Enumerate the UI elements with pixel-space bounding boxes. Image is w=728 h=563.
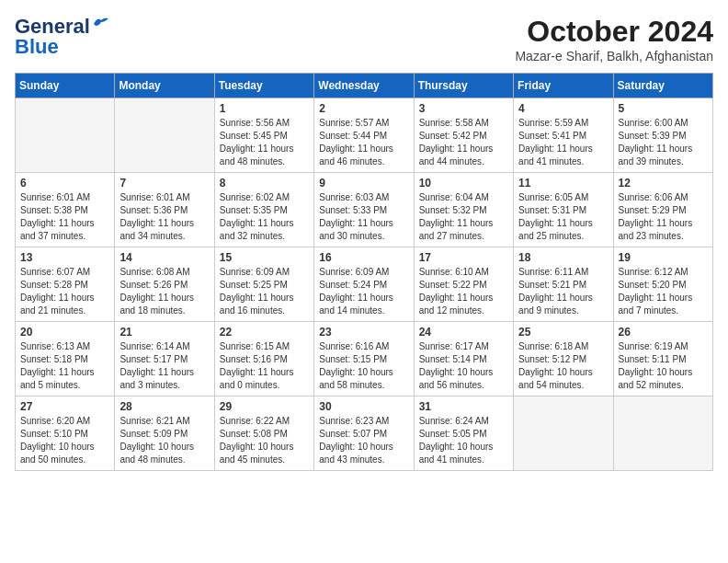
cell-info: Sunrise: 6:02 AMSunset: 5:35 PMDaylight:… xyxy=(220,191,309,243)
day-number: 18 xyxy=(518,251,608,264)
logo-blue: Blue xyxy=(15,35,59,59)
calendar-cell: 5Sunrise: 6:00 AMSunset: 5:39 PMDaylight… xyxy=(613,98,712,173)
calendar-cell xyxy=(16,98,115,173)
calendar-cell xyxy=(514,396,613,471)
calendar-cell: 26Sunrise: 6:19 AMSunset: 5:11 PMDayligh… xyxy=(613,322,712,396)
cell-info: Sunrise: 6:18 AMSunset: 5:12 PMDaylight:… xyxy=(518,340,608,392)
calendar-body: 1Sunrise: 5:56 AMSunset: 5:45 PMDaylight… xyxy=(16,98,713,471)
calendar-cell: 2Sunrise: 5:57 AMSunset: 5:44 PMDaylight… xyxy=(314,98,414,173)
weekday-header-friday: Friday xyxy=(514,74,613,98)
cell-info: Sunrise: 6:01 AMSunset: 5:36 PMDaylight:… xyxy=(119,191,209,243)
cell-info: Sunrise: 6:19 AMSunset: 5:11 PMDaylight:… xyxy=(619,340,708,392)
day-number: 14 xyxy=(119,251,209,264)
day-number: 5 xyxy=(619,102,708,115)
cell-info: Sunrise: 6:17 AMSunset: 5:14 PMDaylight:… xyxy=(419,340,508,392)
calendar-cell: 15Sunrise: 6:09 AMSunset: 5:25 PMDayligh… xyxy=(214,247,313,322)
weekday-header-saturday: Saturday xyxy=(613,74,712,98)
cell-info: Sunrise: 6:14 AMSunset: 5:17 PMDaylight:… xyxy=(119,340,209,392)
calendar-cell: 6Sunrise: 6:01 AMSunset: 5:38 PMDaylight… xyxy=(16,173,115,247)
calendar-cell: 11Sunrise: 6:05 AMSunset: 5:31 PMDayligh… xyxy=(514,173,613,247)
cell-info: Sunrise: 6:20 AMSunset: 5:10 PMDaylight:… xyxy=(20,415,109,466)
cell-info: Sunrise: 6:00 AMSunset: 5:39 PMDaylight:… xyxy=(619,117,708,168)
calendar-cell: 29Sunrise: 6:22 AMSunset: 5:08 PMDayligh… xyxy=(214,396,313,471)
calendar-cell: 23Sunrise: 6:16 AMSunset: 5:15 PMDayligh… xyxy=(314,322,414,396)
cell-info: Sunrise: 6:22 AMSunset: 5:08 PMDaylight:… xyxy=(220,415,309,466)
calendar-cell xyxy=(613,396,712,471)
calendar-cell: 16Sunrise: 6:09 AMSunset: 5:24 PMDayligh… xyxy=(314,247,414,322)
day-number: 20 xyxy=(20,326,109,339)
day-number: 10 xyxy=(419,177,508,190)
cell-info: Sunrise: 6:24 AMSunset: 5:05 PMDaylight:… xyxy=(419,415,508,466)
cell-info: Sunrise: 6:11 AMSunset: 5:21 PMDaylight:… xyxy=(518,266,608,317)
cell-info: Sunrise: 6:05 AMSunset: 5:31 PMDaylight:… xyxy=(518,191,608,243)
calendar-cell: 9Sunrise: 6:03 AMSunset: 5:33 PMDaylight… xyxy=(314,173,414,247)
day-number: 25 xyxy=(518,326,608,339)
day-number: 3 xyxy=(419,102,508,115)
day-number: 29 xyxy=(220,400,309,413)
calendar-cell: 27Sunrise: 6:20 AMSunset: 5:10 PMDayligh… xyxy=(16,396,115,471)
day-number: 27 xyxy=(20,400,109,413)
logo-bird-icon xyxy=(92,17,108,29)
weekday-header-row: SundayMondayTuesdayWednesdayThursdayFrid… xyxy=(16,74,713,98)
day-number: 31 xyxy=(419,400,508,413)
week-row-0: 1Sunrise: 5:56 AMSunset: 5:45 PMDaylight… xyxy=(16,98,713,173)
day-number: 16 xyxy=(319,251,408,264)
calendar-cell: 19Sunrise: 6:12 AMSunset: 5:20 PMDayligh… xyxy=(613,247,712,322)
day-number: 15 xyxy=(220,251,309,264)
day-number: 9 xyxy=(319,177,408,190)
title-block: October 2024 Mazar-e Sharif, Balkh, Afgh… xyxy=(515,15,713,63)
calendar-cell: 14Sunrise: 6:08 AMSunset: 5:26 PMDayligh… xyxy=(115,247,214,322)
day-number: 21 xyxy=(119,326,209,339)
calendar-cell: 20Sunrise: 6:13 AMSunset: 5:18 PMDayligh… xyxy=(16,322,115,396)
calendar-cell: 25Sunrise: 6:18 AMSunset: 5:12 PMDayligh… xyxy=(514,322,613,396)
cell-info: Sunrise: 6:13 AMSunset: 5:18 PMDaylight:… xyxy=(20,340,109,392)
day-number: 23 xyxy=(319,326,408,339)
calendar-cell: 3Sunrise: 5:58 AMSunset: 5:42 PMDaylight… xyxy=(414,98,513,173)
calendar-cell: 8Sunrise: 6:02 AMSunset: 5:35 PMDaylight… xyxy=(214,173,313,247)
cell-info: Sunrise: 5:59 AMSunset: 5:41 PMDaylight:… xyxy=(518,117,608,168)
calendar-cell: 30Sunrise: 6:23 AMSunset: 5:07 PMDayligh… xyxy=(314,396,414,471)
logo: General Blue xyxy=(15,15,108,59)
weekday-header-sunday: Sunday xyxy=(16,74,115,98)
page-header: General Blue October 2024 Mazar-e Sharif… xyxy=(15,15,713,63)
weekday-header-monday: Monday xyxy=(115,74,214,98)
calendar-cell: 1Sunrise: 5:56 AMSunset: 5:45 PMDaylight… xyxy=(214,98,313,173)
day-number: 4 xyxy=(518,102,608,115)
location: Mazar-e Sharif, Balkh, Afghanistan xyxy=(515,49,713,63)
day-number: 26 xyxy=(619,326,708,339)
calendar-cell: 17Sunrise: 6:10 AMSunset: 5:22 PMDayligh… xyxy=(414,247,513,322)
cell-info: Sunrise: 6:08 AMSunset: 5:26 PMDaylight:… xyxy=(119,266,209,317)
day-number: 28 xyxy=(119,400,209,413)
calendar-cell: 12Sunrise: 6:06 AMSunset: 5:29 PMDayligh… xyxy=(613,173,712,247)
cell-info: Sunrise: 5:56 AMSunset: 5:45 PMDaylight:… xyxy=(220,117,309,168)
calendar-cell: 21Sunrise: 6:14 AMSunset: 5:17 PMDayligh… xyxy=(115,322,214,396)
calendar-cell: 13Sunrise: 6:07 AMSunset: 5:28 PMDayligh… xyxy=(16,247,115,322)
cell-info: Sunrise: 6:06 AMSunset: 5:29 PMDaylight:… xyxy=(619,191,708,243)
day-number: 22 xyxy=(220,326,309,339)
cell-info: Sunrise: 6:16 AMSunset: 5:15 PMDaylight:… xyxy=(319,340,408,392)
calendar-cell: 18Sunrise: 6:11 AMSunset: 5:21 PMDayligh… xyxy=(514,247,613,322)
day-number: 11 xyxy=(518,177,608,190)
day-number: 2 xyxy=(319,102,408,115)
weekday-header-thursday: Thursday xyxy=(414,74,513,98)
day-number: 7 xyxy=(119,177,209,190)
cell-info: Sunrise: 6:09 AMSunset: 5:24 PMDaylight:… xyxy=(319,266,408,317)
cell-info: Sunrise: 5:57 AMSunset: 5:44 PMDaylight:… xyxy=(319,117,408,168)
day-number: 8 xyxy=(220,177,309,190)
day-number: 30 xyxy=(319,400,408,413)
day-number: 12 xyxy=(619,177,708,190)
calendar-cell: 4Sunrise: 5:59 AMSunset: 5:41 PMDaylight… xyxy=(514,98,613,173)
cell-info: Sunrise: 6:12 AMSunset: 5:20 PMDaylight:… xyxy=(619,266,708,317)
calendar-table: SundayMondayTuesdayWednesdayThursdayFrid… xyxy=(15,73,713,471)
calendar-cell: 7Sunrise: 6:01 AMSunset: 5:36 PMDaylight… xyxy=(115,173,214,247)
calendar-cell xyxy=(115,98,214,173)
week-row-3: 20Sunrise: 6:13 AMSunset: 5:18 PMDayligh… xyxy=(16,322,713,396)
week-row-4: 27Sunrise: 6:20 AMSunset: 5:10 PMDayligh… xyxy=(16,396,713,471)
month-title: October 2024 xyxy=(515,15,713,49)
calendar-cell: 31Sunrise: 6:24 AMSunset: 5:05 PMDayligh… xyxy=(414,396,513,471)
cell-info: Sunrise: 6:10 AMSunset: 5:22 PMDaylight:… xyxy=(419,266,508,317)
week-row-1: 6Sunrise: 6:01 AMSunset: 5:38 PMDaylight… xyxy=(16,173,713,247)
day-number: 1 xyxy=(220,102,309,115)
calendar-cell: 10Sunrise: 6:04 AMSunset: 5:32 PMDayligh… xyxy=(414,173,513,247)
calendar-cell: 28Sunrise: 6:21 AMSunset: 5:09 PMDayligh… xyxy=(115,396,214,471)
